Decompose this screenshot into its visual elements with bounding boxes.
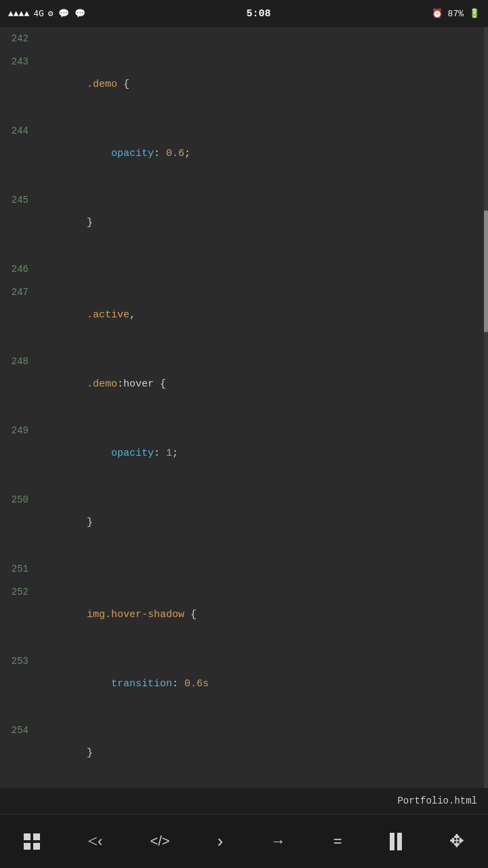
bottom-toolbar: < ‹ </> › → = ✥ — [0, 814, 488, 868]
tag-button[interactable]: </> — [142, 828, 178, 854]
pause-button[interactable] — [382, 827, 410, 856]
line-number-251: 251 — [0, 557, 38, 580]
line-250: 250 } — [0, 488, 488, 557]
line-252: 252 img.hover-shadow { — [0, 580, 488, 650]
line-content-249: opacity: 1; — [38, 419, 488, 488]
code-lines: 242 243 .demo { 244 opacity: 0.6; 245 } — [0, 27, 488, 788]
code-editor[interactable]: 242 243 .demo { 244 opacity: 0.6; 245 } — [0, 27, 488, 788]
clock: 5:08 — [246, 8, 270, 20]
line-248: 248 .demo:hover { — [0, 350, 488, 419]
tag-icon: </> — [150, 833, 169, 849]
grid-button[interactable] — [16, 828, 48, 855]
filename-bar: Portfolio.html — [0, 788, 488, 814]
signal-icon: ▲▲▲▲ — [8, 9, 29, 19]
line-253: 253 transition: 0.6s — [0, 650, 488, 719]
line-content-254: } — [38, 719, 488, 788]
line-content-244: opacity: 0.6; — [38, 119, 488, 189]
line-content-247: .active, — [38, 281, 488, 350]
line-number-242: 242 — [0, 27, 38, 50]
scrollbar-thumb[interactable] — [484, 210, 488, 332]
filename: Portfolio.html — [397, 795, 477, 806]
line-content-253: transition: 0.6s — [38, 650, 488, 719]
line-244: 244 opacity: 0.6; — [0, 119, 488, 189]
move-button[interactable]: ✥ — [441, 825, 472, 857]
move-icon: ✥ — [449, 831, 464, 852]
line-247: 247 .active, — [0, 281, 488, 350]
status-bar: ▲▲▲▲ 4G ⚙ 💬 💬 5:08 ⏰ 87% 🔋 — [0, 0, 488, 27]
battery-percent: 87% — [448, 9, 464, 19]
line-content-248: .demo:hover { — [38, 350, 488, 419]
line-242: 242 — [0, 27, 488, 50]
line-number-245: 245 — [0, 189, 38, 212]
forward-button[interactable]: › — [209, 825, 232, 857]
line-content-250: } — [38, 488, 488, 557]
alarm-icon: ⏰ — [432, 8, 443, 19]
pause-icon — [390, 833, 402, 850]
line-number-253: 253 — [0, 650, 38, 673]
line-243: 243 .demo { — [0, 50, 488, 119]
line-246: 246 — [0, 258, 488, 281]
line-number-247: 247 — [0, 281, 38, 304]
grid-icon — [24, 833, 40, 850]
line-number-250: 250 — [0, 488, 38, 511]
line-number-248: 248 — [0, 350, 38, 373]
indent-button[interactable]: → — [262, 827, 293, 856]
line-254: 254 } — [0, 719, 488, 788]
equals-button[interactable]: = — [325, 827, 350, 856]
equals-icon: = — [333, 833, 342, 850]
line-251: 251 — [0, 557, 488, 580]
line-number-246: 246 — [0, 258, 38, 281]
line-content-243: .demo { — [38, 50, 488, 119]
line-content-252: img.hover-shadow { — [38, 580, 488, 650]
line-249: 249 opacity: 1; — [0, 419, 488, 488]
status-right: ⏰ 87% 🔋 — [432, 8, 480, 19]
line-number-243: 243 — [0, 50, 38, 73]
line-number-244: 244 — [0, 119, 38, 142]
indent-icon: → — [270, 833, 285, 850]
signal-type: 4G — [33, 9, 44, 19]
status-left: ▲▲▲▲ 4G ⚙ 💬 💬 — [8, 8, 85, 19]
line-number-249: 249 — [0, 419, 38, 442]
forward-icon: › — [218, 831, 224, 852]
line-number-254: 254 — [0, 719, 38, 742]
line-number-252: 252 — [0, 580, 38, 604]
back-icon: < — [87, 831, 98, 852]
app-icons: ⚙ 💬 💬 — [48, 8, 85, 19]
battery-icon: 🔋 — [469, 8, 480, 19]
line-content-245: } — [38, 189, 488, 258]
scrollbar[interactable] — [484, 27, 488, 788]
line-245: 245 } — [0, 189, 488, 258]
back-button[interactable]: < ‹ — [79, 826, 110, 857]
